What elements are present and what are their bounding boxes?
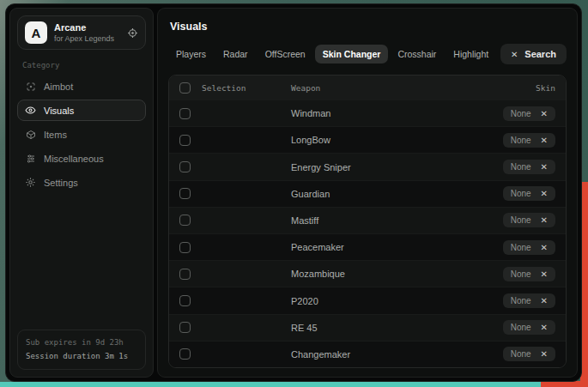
target-icon[interactable]	[127, 27, 138, 39]
skin-badge[interactable]: None ✕	[503, 186, 555, 201]
skin-value: None	[511, 215, 531, 225]
table-header-row: Selection Weapon Skin	[169, 76, 566, 100]
table-row: LongBow None ✕	[169, 126, 566, 153]
row-checkbox[interactable]	[179, 348, 191, 360]
weapon-name: Peacemaker	[291, 242, 503, 252]
table-row: P2020 None ✕	[169, 287, 566, 313]
search-button[interactable]: ✕ Search	[500, 44, 567, 64]
column-header-weapon: Weapon	[291, 83, 536, 93]
select-all-checkbox[interactable]	[179, 82, 191, 94]
sidebar-item-visuals[interactable]: Visuals	[17, 100, 146, 121]
sidebar-item-label: Settings	[44, 178, 78, 188]
skin-value: None	[511, 243, 531, 252]
tab-crosshair[interactable]: Crosshair	[390, 45, 444, 63]
sliders-icon	[25, 154, 36, 164]
skin-badge[interactable]: None ✕	[503, 347, 555, 361]
clear-skin-icon[interactable]: ✕	[541, 136, 548, 145]
brand-subtitle: for Apex Legends	[54, 34, 114, 43]
search-button-label: Search	[524, 49, 556, 59]
brand-title: Arcane	[54, 22, 114, 33]
clear-skin-icon[interactable]: ✕	[541, 349, 548, 359]
clear-skin-icon[interactable]: ✕	[541, 243, 548, 252]
sidebar-item-label: Miscellaneous	[44, 154, 104, 164]
gear-icon	[25, 177, 36, 188]
skin-badge[interactable]: None ✕	[503, 320, 555, 335]
row-checkbox[interactable]	[179, 215, 191, 226]
skin-value: None	[511, 189, 531, 198]
table-row: Mozambique None ✕	[169, 260, 566, 287]
clear-skin-icon[interactable]: ✕	[541, 323, 548, 332]
row-checkbox[interactable]	[179, 242, 191, 253]
row-checkbox[interactable]	[179, 295, 191, 306]
skin-value: None	[511, 162, 531, 172]
weapon-name: Guardian	[291, 189, 503, 199]
weapon-name: RE 45	[291, 323, 503, 333]
search-x-icon: ✕	[511, 50, 518, 59]
table-body: Windman None ✕ LongBow None ✕	[169, 100, 566, 367]
session-card: Sub expires in 9d 23h Session duration 3…	[17, 330, 146, 370]
skin-value: None	[511, 136, 531, 145]
tab-radar[interactable]: Radar	[215, 45, 256, 63]
table-row: Changemaker None ✕	[169, 341, 566, 367]
skin-value: None	[511, 296, 531, 305]
clear-skin-icon[interactable]: ✕	[541, 189, 548, 198]
table-row: Windman None ✕	[169, 100, 566, 126]
skin-value: None	[511, 323, 531, 332]
table-row: Guardian None ✕	[169, 180, 566, 207]
row-checkbox[interactable]	[179, 161, 191, 172]
skin-badge[interactable]: None ✕	[503, 160, 555, 174]
tab-offscreen[interactable]: OffScreen	[258, 45, 313, 63]
sidebar: A Arcane for Apex Legends Category Aimbo…	[9, 8, 154, 378]
skin-badge[interactable]: None ✕	[503, 240, 555, 255]
sidebar-item-label: Items	[44, 130, 67, 140]
category-label: Category	[22, 61, 141, 70]
tab-players[interactable]: Players	[168, 45, 214, 63]
skin-badge[interactable]: None ✕	[503, 133, 555, 148]
table-row: Peacemaker None ✕	[169, 233, 566, 260]
page-title: Visuals	[170, 21, 565, 33]
row-checkbox[interactable]	[179, 108, 191, 119]
brand-card: A Arcane for Apex Legends	[17, 15, 146, 50]
sidebar-item-miscellaneous[interactable]: Miscellaneous	[17, 148, 146, 169]
skins-table: Selection Weapon Skin Windman None ✕	[168, 75, 567, 368]
skin-badge[interactable]: None ✕	[503, 213, 555, 227]
weapon-name: LongBow	[291, 135, 503, 145]
weapon-name: P2020	[291, 296, 503, 306]
app-window: A Arcane for Apex Legends Category Aimbo…	[5, 3, 582, 382]
background-red-accent-bottom	[539, 381, 588, 387]
crosshair-icon	[25, 82, 36, 92]
sidebar-item-label: Aimbot	[44, 82, 73, 92]
row-checkbox[interactable]	[179, 322, 191, 333]
sidebar-item-settings[interactable]: Settings	[17, 172, 146, 193]
clear-skin-icon[interactable]: ✕	[541, 269, 548, 279]
weapon-name: Energy Sniper	[291, 162, 503, 172]
sidebar-item-items[interactable]: Items	[17, 124, 146, 145]
row-checkbox[interactable]	[179, 135, 191, 146]
table-row: RE 45 None ✕	[169, 314, 566, 341]
row-checkbox[interactable]	[179, 188, 191, 199]
column-header-selection: Selection	[202, 83, 291, 93]
tab-skin-changer[interactable]: Skin Changer	[315, 45, 389, 63]
skin-badge[interactable]: None ✕	[503, 267, 555, 281]
skin-badge[interactable]: None ✕	[503, 106, 555, 121]
sidebar-item-aimbot[interactable]: Aimbot	[17, 76, 146, 97]
row-checkbox[interactable]	[179, 269, 191, 280]
box-icon	[25, 130, 36, 140]
skin-badge[interactable]: None ✕	[503, 293, 555, 308]
clear-skin-icon[interactable]: ✕	[541, 109, 548, 118]
skin-value: None	[511, 109, 531, 118]
sidebar-nav: Aimbot Visuals Items Miscellaneous Setti…	[17, 76, 146, 196]
clear-skin-icon[interactable]: ✕	[541, 162, 548, 172]
clear-skin-icon[interactable]: ✕	[541, 296, 548, 305]
tab-highlight[interactable]: Highlight	[446, 45, 496, 63]
weapon-name: Mastiff	[291, 215, 503, 226]
weapon-name: Changemaker	[291, 349, 503, 360]
background-teal-accent	[0, 382, 541, 387]
skin-value: None	[511, 269, 531, 279]
brand-text: Arcane for Apex Legends	[54, 22, 114, 43]
clear-skin-icon[interactable]: ✕	[541, 215, 548, 225]
eye-icon	[25, 105, 36, 116]
table-row: Energy Sniper None ✕	[169, 153, 566, 179]
table-row: Mastiff None ✕	[169, 207, 566, 233]
sidebar-item-label: Visuals	[44, 106, 74, 116]
